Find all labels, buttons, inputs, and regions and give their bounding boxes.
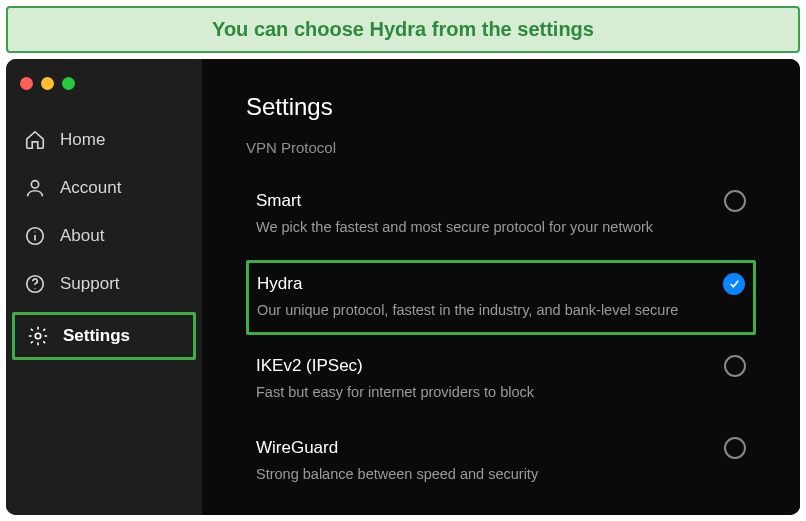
- app-window: Home Account About Support: [6, 59, 800, 515]
- protocol-name: Smart: [256, 191, 301, 211]
- protocol-option-smart[interactable]: Smart We pick the fastest and most secur…: [246, 178, 756, 252]
- window-controls: [6, 69, 202, 116]
- radio-checked-icon[interactable]: [723, 273, 745, 295]
- section-label: VPN Protocol: [246, 139, 756, 156]
- minimize-window-button[interactable]: [41, 77, 54, 90]
- protocol-option-ikev2[interactable]: IKEv2 (IPSec) Fast but easy for internet…: [246, 343, 756, 417]
- home-icon: [24, 129, 46, 151]
- help-icon: [24, 273, 46, 295]
- sidebar-item-account[interactable]: Account: [6, 164, 202, 212]
- annotation-banner: You can choose Hydra from the settings: [6, 6, 800, 53]
- radio-unchecked-icon[interactable]: [724, 437, 746, 459]
- sidebar: Home Account About Support: [6, 59, 202, 515]
- sidebar-item-label: Support: [60, 274, 120, 294]
- close-window-button[interactable]: [20, 77, 33, 90]
- svg-point-0: [31, 181, 38, 188]
- sidebar-item-label: About: [60, 226, 104, 246]
- annotation-text: You can choose Hydra from the settings: [212, 18, 594, 40]
- protocol-desc: We pick the fastest and most secure prot…: [256, 218, 746, 238]
- protocol-desc: Fast but easy for internet providers to …: [256, 383, 746, 403]
- protocol-desc: Strong balance between speed and securit…: [256, 465, 746, 485]
- page-title: Settings: [246, 93, 756, 121]
- protocol-name: IKEv2 (IPSec): [256, 356, 363, 376]
- sidebar-item-label: Settings: [63, 326, 130, 346]
- svg-point-6: [35, 333, 41, 339]
- protocol-desc: Our unique protocol, fastest in the indu…: [257, 301, 745, 321]
- info-icon: [24, 225, 46, 247]
- settings-panel: Settings VPN Protocol Smart We pick the …: [202, 59, 800, 515]
- sidebar-item-home[interactable]: Home: [6, 116, 202, 164]
- gear-icon: [27, 325, 49, 347]
- maximize-window-button[interactable]: [62, 77, 75, 90]
- radio-unchecked-icon[interactable]: [724, 190, 746, 212]
- svg-point-5: [34, 288, 35, 289]
- protocol-name: WireGuard: [256, 438, 338, 458]
- radio-unchecked-icon[interactable]: [724, 355, 746, 377]
- sidebar-nav: Home Account About Support: [6, 116, 202, 364]
- person-icon: [24, 177, 46, 199]
- sidebar-item-label: Home: [60, 130, 105, 150]
- sidebar-item-support[interactable]: Support: [6, 260, 202, 308]
- sidebar-item-about[interactable]: About: [6, 212, 202, 260]
- protocol-option-wireguard[interactable]: WireGuard Strong balance between speed a…: [246, 425, 756, 499]
- protocol-name: Hydra: [257, 274, 302, 294]
- svg-point-3: [34, 231, 35, 232]
- sidebar-item-settings[interactable]: Settings: [12, 312, 196, 360]
- sidebar-item-label: Account: [60, 178, 121, 198]
- protocol-option-hydra[interactable]: Hydra Our unique protocol, fastest in th…: [246, 260, 756, 336]
